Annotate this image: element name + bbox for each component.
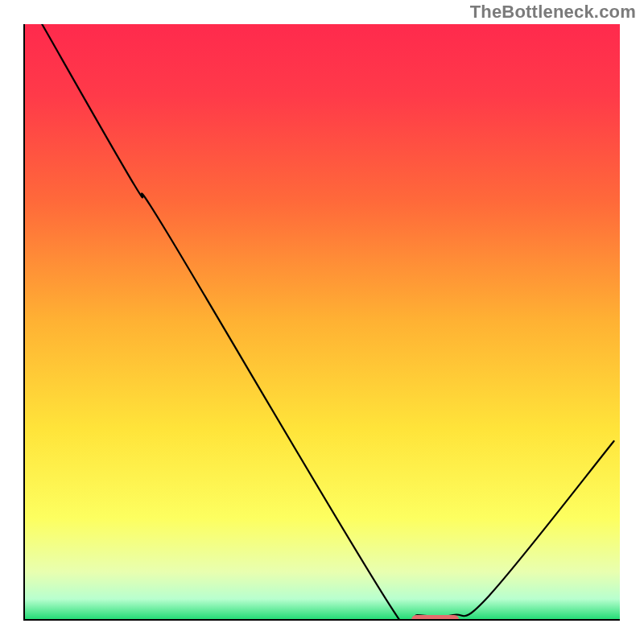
chart-container: TheBottleneck.com (0, 0, 644, 644)
watermark-text: TheBottleneck.com (470, 2, 636, 23)
plot-background (24, 24, 620, 620)
bottleneck-chart (0, 0, 644, 644)
